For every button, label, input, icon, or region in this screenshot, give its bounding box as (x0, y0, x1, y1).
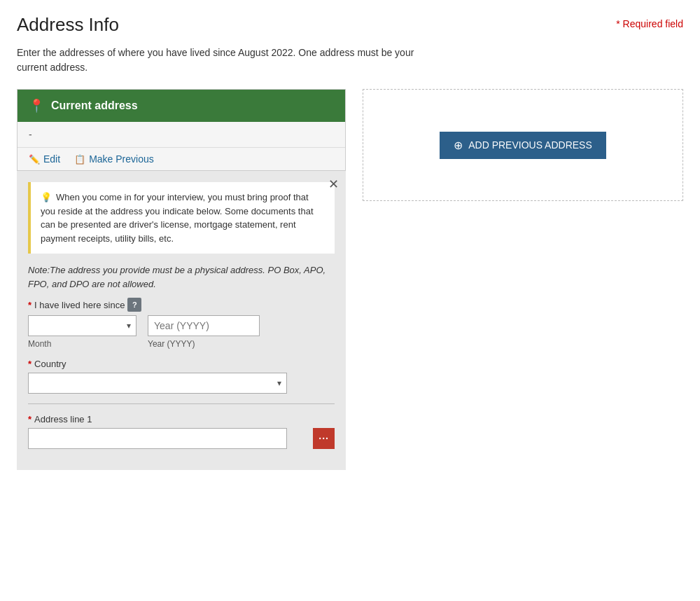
plus-circle-icon: ⊕ (454, 139, 463, 152)
address-line1-field: ··· (28, 428, 335, 449)
previous-address-panel: ⊕ ADD PREVIOUS ADDRESS (363, 89, 683, 201)
info-box-container: ✕ 💡When you come in for your interview, … (17, 171, 346, 470)
main-layout: 📍 Current address - ✏️ Edit 📋 Make Previ… (17, 89, 683, 470)
country-label: * Country (28, 359, 335, 369)
country-select[interactable] (28, 373, 287, 394)
note-text: Note:The address you provide must be a p… (28, 263, 335, 291)
page-title: Address Info (17, 14, 119, 36)
lived-here-since-row: * I have lived here since ? January Febr… (28, 298, 335, 349)
address-line1-label: * Address line 1 (28, 414, 335, 424)
month-label: Month (28, 339, 136, 349)
address-line1-input[interactable] (28, 428, 287, 449)
edit-link[interactable]: ✏️ Edit (29, 153, 60, 165)
address-form: * I have lived here since ? January Febr… (28, 298, 335, 449)
month-select[interactable]: January February March April May June Ju… (28, 315, 136, 336)
pin-icon: 📍 (29, 98, 44, 113)
country-row: * Country (28, 359, 335, 394)
year-input[interactable] (148, 315, 260, 336)
address-display: - (18, 122, 345, 148)
current-address-card: 📍 Current address - ✏️ Edit 📋 Make Previ… (17, 89, 346, 171)
country-select-wrapper (28, 373, 287, 394)
close-info-button[interactable]: ✕ (328, 178, 339, 191)
address-lookup-button[interactable]: ··· (313, 428, 335, 449)
left-column: 📍 Current address - ✏️ Edit 📋 Make Previ… (17, 89, 346, 470)
page-description: Enter the addresses of where you have li… (17, 46, 423, 75)
year-label: Year (YYYY) (148, 339, 260, 349)
make-previous-icon: 📋 (74, 154, 85, 165)
current-address-label: Current address (51, 99, 138, 112)
month-field: January February March April May June Ju… (28, 315, 136, 349)
required-field-note: * Required field (616, 18, 683, 29)
make-previous-link[interactable]: 📋 Make Previous (74, 153, 154, 165)
month-select-wrapper: January February March April May June Ju… (28, 315, 136, 336)
lived-here-since-label: * I have lived here since ? (28, 298, 335, 312)
info-box: 💡When you come in for your interview, yo… (28, 182, 335, 254)
address-actions: ✏️ Edit 📋 Make Previous (18, 148, 345, 170)
add-previous-address-button[interactable]: ⊕ ADD PREVIOUS ADDRESS (440, 132, 606, 159)
address-line1-row: * Address line 1 ··· (28, 414, 335, 449)
date-fields: January February March April May June Ju… (28, 315, 335, 349)
form-divider (28, 403, 335, 404)
dots-icon: ··· (318, 433, 329, 444)
help-button[interactable]: ? (127, 298, 141, 312)
current-address-header: 📍 Current address (18, 90, 345, 122)
year-field: Year (YYYY) (148, 315, 260, 349)
lightbulb-icon: 💡 (41, 192, 52, 202)
edit-icon: ✏️ (29, 154, 40, 165)
page-header: Address Info * Required field (17, 14, 683, 36)
